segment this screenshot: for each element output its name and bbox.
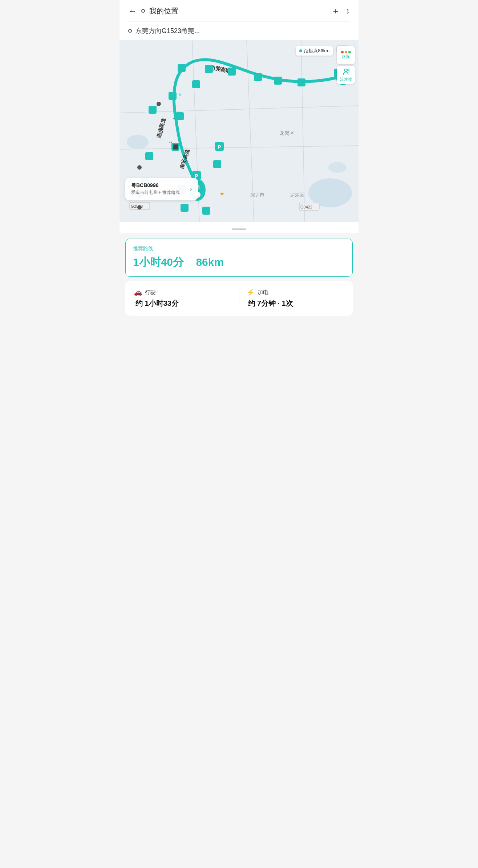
svg-rect-25: [149, 106, 157, 114]
car-arrow-icon: ›: [190, 185, 192, 193]
svg-rect-21: [274, 77, 282, 85]
city-shenzhen: 深圳市: [250, 192, 264, 198]
along-search-button[interactable]: 沿途搜: [337, 66, 355, 84]
charge-header: ⚡ 加电: [247, 288, 344, 296]
header-divider: [128, 21, 350, 21]
svg-rect-24: [178, 64, 186, 72]
poi-marker-4: [176, 112, 184, 120]
svg-rect-19: [228, 68, 236, 76]
poi-marker-5: [169, 92, 177, 100]
poi-marker-po: [213, 160, 221, 168]
svg-rect-23: [192, 80, 200, 88]
car-subtitle: 爱车当前电量 + 推荐路线: [131, 190, 187, 196]
distance-badge: 距起点86km: [296, 46, 333, 56]
header: ← 我的位置 + ↕: [120, 0, 358, 21]
dest-dot-icon: [128, 29, 132, 33]
charge-value: 约 7分钟 · 1次: [247, 299, 344, 308]
car-banner[interactable]: 粤BCB0996 爱车当前电量 + 推荐路线 ›: [125, 178, 198, 200]
poi-marker-10: [297, 78, 305, 86]
car-plate: 粤BCB0996: [131, 182, 187, 189]
svg-text:⬛: ⬛: [173, 144, 179, 150]
svg-rect-27: [202, 207, 210, 215]
destination-text: 东莞方向G1523甬莞...: [135, 27, 200, 35]
drag-handle: [232, 228, 246, 230]
route-main-info: 1小时40分 86km: [133, 255, 345, 270]
district-longgang: 龙岗区: [279, 130, 295, 136]
location-dot-icon: [141, 9, 145, 13]
traffic-dots: [341, 51, 351, 53]
poi-marker-13: [149, 106, 157, 114]
route-label: 推荐路线: [133, 246, 345, 252]
route-card: 推荐路线 1小时40分 86km: [125, 239, 353, 277]
route-time: 1小时40分: [133, 256, 184, 268]
stat-divider: [239, 288, 239, 308]
along-search-label: 沿途搜: [340, 77, 352, 82]
drive-value: 约 1小时33分: [134, 299, 232, 308]
map-container: › › › › › 甬莞高速 莞佛高速 南光高速 光明区 龙岗区 深圳市 罗湖区…: [120, 40, 358, 222]
header-title: 我的位置: [149, 6, 178, 16]
svg-text:P: P: [218, 144, 221, 150]
small-star: ★: [219, 191, 224, 197]
district-luohu: 罗湖区: [290, 192, 304, 198]
svg-point-41: [347, 69, 349, 71]
map-controls: 路况 沿途搜: [337, 46, 355, 84]
charge-stat: ⚡ 加电 约 7分钟 · 1次: [247, 288, 344, 308]
charge-label: 加电: [258, 289, 268, 296]
back-button[interactable]: ←: [128, 6, 137, 16]
dot-5: [157, 102, 161, 106]
drive-header: 🚗 行驶: [134, 288, 232, 296]
car-icon: 🚗: [134, 288, 142, 296]
header-top: ← 我的位置 + ↕: [128, 6, 350, 21]
svg-rect-18: [205, 65, 213, 73]
svg-rect-20: [254, 73, 262, 81]
drive-stat: 🚗 行驶 约 1小时33分: [134, 288, 232, 308]
svg-rect-29: [213, 160, 221, 168]
add-button[interactable]: +: [333, 6, 339, 16]
svg-rect-16: [176, 112, 184, 120]
route-distance: 86km: [196, 256, 224, 268]
svg-point-3: [328, 162, 347, 173]
header-actions: + ↕: [333, 6, 350, 16]
sort-button[interactable]: ↕: [346, 7, 350, 15]
svg-rect-26: [181, 204, 189, 212]
dot-1: [137, 205, 142, 210]
car-info: 粤BCB0996 爱车当前电量 + 推荐路线: [131, 182, 187, 196]
svg-point-40: [344, 69, 347, 71]
poi-marker-9: [274, 77, 282, 85]
svg-rect-14: [145, 152, 153, 160]
poi-marker-14: [181, 204, 189, 212]
poi-marker-7: [228, 68, 236, 76]
header-left: ← 我的位置: [128, 6, 178, 16]
parking-marker-2: P: [215, 142, 224, 151]
dot-4: [137, 165, 142, 170]
poi-marker-12: [178, 64, 186, 72]
destination-row: 东莞方向G1523甬莞...: [120, 21, 358, 40]
svg-point-2: [127, 135, 149, 149]
poi-marker-11: [192, 80, 200, 88]
lightning-icon: ⚡: [247, 288, 255, 296]
svg-line-42: [349, 70, 349, 71]
road-num-g0422: G0422: [300, 205, 312, 209]
person-search-icon: [342, 68, 350, 76]
traffic-label: 路况: [342, 54, 350, 60]
drive-label: 行驶: [145, 289, 156, 296]
traffic-button[interactable]: 路况: [337, 46, 355, 64]
poi-marker-6: [205, 65, 213, 73]
poi-marker-1: ⬛: [171, 143, 179, 151]
poi-marker-8: [254, 73, 262, 81]
poi-marker-15: [202, 207, 210, 215]
svg-rect-22: [297, 78, 305, 86]
svg-rect-17: [169, 92, 177, 100]
stats-row: 🚗 行驶 约 1小时33分 ⚡ 加电 约 7分钟 · 1次: [125, 281, 353, 316]
poi-marker-2: [145, 152, 153, 160]
